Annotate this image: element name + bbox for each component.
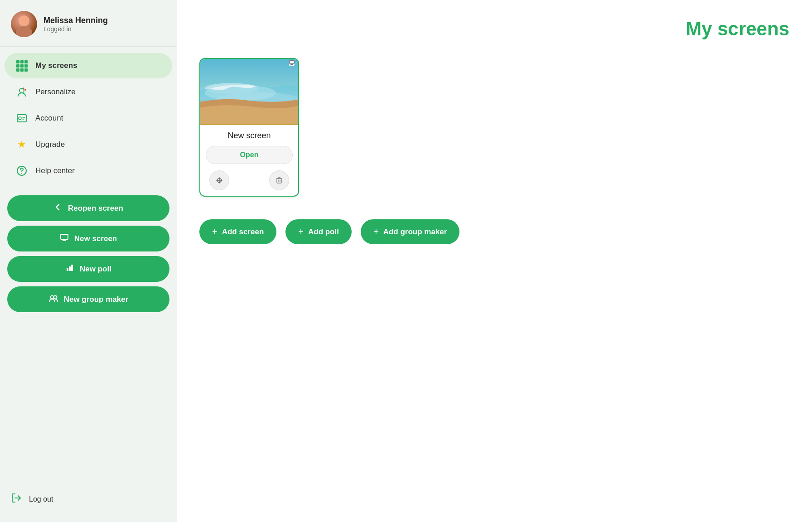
- card-image: [200, 59, 298, 125]
- sidebar-label-personalize: Personalize: [35, 87, 76, 97]
- svg-rect-19: [277, 179, 281, 183]
- avatar-image: [11, 11, 37, 37]
- card-body: New screen Open: [200, 125, 298, 196]
- move-button[interactable]: [209, 170, 229, 190]
- sidebar-item-upgrade[interactable]: ★ Upgrade: [5, 132, 172, 157]
- logout-section: Log out: [0, 480, 177, 522]
- card-actions: [206, 170, 293, 190]
- sidebar-label-account: Account: [35, 114, 63, 123]
- svg-rect-8: [61, 234, 68, 239]
- svg-point-3: [19, 88, 24, 93]
- user-section: Melissa Henning Logged in: [0, 0, 177, 47]
- svg-point-5: [19, 117, 21, 120]
- add-screen-plus: +: [212, 227, 218, 237]
- card-title: New screen: [206, 131, 293, 140]
- svg-point-12: [50, 296, 53, 299]
- svg-rect-11: [71, 265, 73, 271]
- card-background-image: [200, 59, 298, 125]
- svg-rect-10: [69, 266, 71, 271]
- add-group-maker-button[interactable]: + Add group maker: [361, 219, 459, 244]
- monitor-icon-overlay: [289, 63, 295, 66]
- svg-point-0: [19, 15, 29, 26]
- reopen-screen-label: Reopen screen: [68, 204, 123, 213]
- svg-rect-18: [290, 60, 295, 63]
- add-screen-button[interactable]: + Add screen: [199, 219, 276, 244]
- reopen-screen-button[interactable]: Reopen screen: [7, 195, 169, 221]
- delete-button[interactable]: [269, 170, 289, 190]
- sidebar-label-help-center: Help center: [35, 166, 75, 175]
- new-group-maker-label: New group maker: [64, 295, 129, 304]
- logout-icon: [11, 493, 22, 506]
- sidebar-label-my-screens: My screens: [35, 61, 77, 70]
- add-poll-label: Add poll: [308, 227, 339, 237]
- svg-point-13: [53, 296, 57, 299]
- add-group-maker-plus: +: [373, 227, 379, 237]
- open-button[interactable]: Open: [206, 146, 293, 164]
- new-screen-label: New screen: [74, 234, 117, 243]
- new-poll-button[interactable]: New poll: [7, 256, 169, 282]
- svg-rect-9: [67, 268, 68, 271]
- account-icon: [15, 112, 28, 125]
- sidebar-item-personalize[interactable]: Personalize: [5, 79, 172, 105]
- screen-card: New screen Open: [199, 58, 299, 197]
- main-content: My screens: [177, 0, 812, 522]
- help-icon: [15, 164, 28, 177]
- logout-item[interactable]: Log out: [11, 487, 166, 511]
- arrow-left-icon: [53, 203, 63, 214]
- user-name: Melissa Henning: [44, 16, 108, 25]
- avatar-svg: [11, 11, 37, 37]
- chart-icon: [65, 263, 74, 275]
- nav-section: My screens Personalize: [0, 47, 177, 190]
- user-info: Melissa Henning Logged in: [44, 16, 108, 33]
- add-group-maker-label: Add group maker: [383, 227, 447, 237]
- action-buttons: Reopen screen New screen New poll: [0, 190, 177, 318]
- new-screen-button[interactable]: New screen: [7, 226, 169, 251]
- add-buttons-row: + Add screen + Add poll + Add group make…: [199, 219, 789, 244]
- sidebar-item-my-screens[interactable]: My screens: [5, 53, 172, 78]
- move-icon: [215, 176, 223, 184]
- page-title: My screens: [199, 18, 789, 40]
- sidebar-item-help-center[interactable]: Help center: [5, 158, 172, 184]
- sidebar: Melissa Henning Logged in My screens: [0, 0, 177, 522]
- new-group-maker-button[interactable]: New group maker: [7, 286, 169, 312]
- sidebar-item-account[interactable]: Account: [5, 106, 172, 131]
- screens-grid: New screen Open: [199, 58, 789, 197]
- add-screen-label: Add screen: [222, 227, 264, 237]
- avatar: [11, 11, 37, 37]
- grid-icon: [15, 59, 28, 72]
- svg-point-7: [21, 173, 22, 174]
- add-poll-plus: +: [298, 227, 304, 237]
- sidebar-label-upgrade: Upgrade: [35, 140, 65, 149]
- personalize-icon: [15, 86, 28, 98]
- logout-label: Log out: [29, 495, 53, 503]
- new-poll-label: New poll: [80, 265, 111, 274]
- star-icon: ★: [15, 138, 28, 151]
- trash-icon: [275, 176, 283, 184]
- monitor-icon: [60, 233, 69, 244]
- add-poll-button[interactable]: + Add poll: [285, 219, 352, 244]
- group-icon: [48, 294, 58, 305]
- svg-point-1: [16, 26, 32, 37]
- user-status: Logged in: [44, 25, 108, 33]
